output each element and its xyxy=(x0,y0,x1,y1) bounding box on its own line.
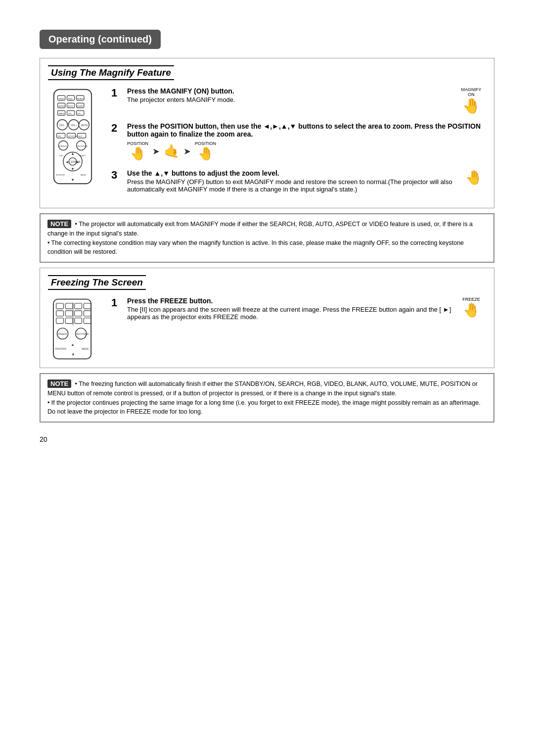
remote-control-image: VIDEO RGB SEARCH ASPECT AUTO BLANK IMAGE… xyxy=(48,87,102,201)
svg-text:VIDEO: VIDEO xyxy=(58,98,64,100)
svg-rect-59 xyxy=(84,318,91,324)
step-1-number: 1 xyxy=(111,87,122,99)
svg-text:ESC: ESC xyxy=(59,155,63,157)
step-2-number: 2 xyxy=(111,122,122,134)
arrow-right-2: ➤ xyxy=(183,146,191,157)
svg-text:MENU: MENU xyxy=(81,174,86,176)
svg-text:FREEZE: FREEZE xyxy=(59,145,67,147)
svg-text:◄: ◄ xyxy=(65,160,69,164)
freeze-illustration: FREEZE 🤚 xyxy=(456,297,486,318)
freeze-section-title: Freezing The Screen xyxy=(48,275,146,290)
freeze-note-box: NOTE • The freezing function will automa… xyxy=(40,373,494,423)
svg-text:KEYSTONE: KEYSTONE xyxy=(68,136,78,138)
svg-text:IMAGE: IMAGE xyxy=(58,113,65,115)
svg-text:MENU: MENU xyxy=(82,348,89,350)
step-3-illustration: 🤚 xyxy=(461,169,486,186)
page-number: 20 xyxy=(40,435,494,443)
svg-text:VOL-: VOL- xyxy=(68,113,73,115)
svg-rect-56 xyxy=(56,318,64,324)
svg-text:ESC: ESC xyxy=(59,124,64,127)
step-3-number: 3 xyxy=(111,169,122,181)
svg-text:AUTO: AUTO xyxy=(68,105,73,107)
magnify-note-box: NOTE • The projector will automatically … xyxy=(40,213,494,263)
svg-rect-49 xyxy=(65,303,73,309)
svg-text:KEYSTONE: KEYSTONE xyxy=(78,145,88,147)
svg-rect-51 xyxy=(84,303,91,309)
svg-text:►: ► xyxy=(76,160,80,164)
svg-text:▼: ▼ xyxy=(71,352,75,357)
step-3-heading: Use the ▲,▼ buttons to adjust the zoom l… xyxy=(127,169,279,177)
svg-text:▼: ▼ xyxy=(71,167,75,171)
svg-text:RESET: RESET xyxy=(79,155,86,157)
magnify-steps: 1 Press the MAGNIFY (ON) button. The pro… xyxy=(111,87,486,201)
magnify-step-1: 1 Press the MAGNIFY (ON) button. The pro… xyxy=(111,87,486,114)
svg-rect-50 xyxy=(75,303,82,309)
arrow-right-1: ➤ xyxy=(152,146,160,157)
magnify-note-point-2: • The correcting keystone condition may … xyxy=(47,239,464,256)
freeze-step-1-number: 1 xyxy=(111,297,122,309)
freeze-step-1-heading: Press the FREEZE button. xyxy=(127,297,213,305)
svg-text:FREEZE: FREEZE xyxy=(58,333,67,335)
step-1-body: The projector enters MAGNIFY mode. xyxy=(127,96,451,103)
svg-text:RGB: RGB xyxy=(68,98,72,100)
freeze-note-point-1: • The freezing function will automatical… xyxy=(47,380,478,397)
svg-text:VOL+: VOL+ xyxy=(77,113,83,115)
step-2-illustrations: POSITION 🤚 ➤ 🤙 ➤ POSITION 🤚 xyxy=(127,141,486,161)
freeze-steps: 1 Press the FREEZE button. The [II] icon… xyxy=(111,297,486,363)
step-1-heading: Press the MAGNIFY (ON) button. xyxy=(127,87,234,95)
svg-rect-58 xyxy=(75,318,82,324)
freeze-section: Freezing The Screen xyxy=(40,268,494,368)
freeze-remote-image: FREEZE KEYSTONE POSITION MENU ▼ ▲ xyxy=(48,297,102,363)
svg-rect-52 xyxy=(56,311,64,316)
magnify-step-3: 3 Use the ▲,▼ buttons to adjust the zoom… xyxy=(111,169,486,193)
svg-text:SEARCH: SEARCH xyxy=(77,98,85,100)
svg-text:VOL+: VOL+ xyxy=(71,124,77,127)
svg-text:KEYSTONE: KEYSTONE xyxy=(76,333,89,335)
magnify-on-illustration: MAGNIFY ON 🤚 xyxy=(456,87,486,114)
freeze-note-label: NOTE xyxy=(47,379,71,388)
svg-rect-55 xyxy=(84,311,91,316)
magnify-note-point-1: • The projector will automatically exit … xyxy=(47,221,473,237)
svg-rect-53 xyxy=(65,311,73,316)
magnify-note-label: NOTE xyxy=(47,220,71,228)
svg-text:▼: ▼ xyxy=(71,178,75,182)
svg-rect-57 xyxy=(65,318,73,324)
freeze-step-1: 1 Press the FREEZE button. The [II] icon… xyxy=(111,297,486,321)
freeze-note-point-2: • If the projector continues projecting … xyxy=(47,399,481,416)
magnify-section: Using The Magnify Feature VIDEO RGB SEAR… xyxy=(40,58,494,208)
svg-text:POSITION: POSITION xyxy=(56,174,65,176)
svg-text:▲: ▲ xyxy=(71,342,74,347)
svg-text:BLANK: BLANK xyxy=(77,105,84,107)
page-header: Operating (continued) xyxy=(40,30,161,49)
svg-rect-48 xyxy=(56,303,64,309)
hand-adjust: 🤙 xyxy=(164,143,179,159)
freeze-step-1-body: The [II] icon appears and the screen wil… xyxy=(127,306,451,321)
magnify-section-title: Using The Magnify Feature xyxy=(48,65,174,80)
step-2-heading: Press the POSITION button, then use the … xyxy=(127,122,481,138)
step-3-body: Press the MAGNIFY (OFF) button to exit M… xyxy=(127,178,456,193)
svg-text:▲: ▲ xyxy=(71,151,75,156)
magnify-step-2: 2 Press the POSITION button, then use th… xyxy=(111,122,486,161)
svg-text:SLIT: SLIT xyxy=(78,136,83,138)
svg-text:POSITION: POSITION xyxy=(55,348,66,350)
svg-text:ASPECT: ASPECT xyxy=(58,105,66,107)
svg-text:ESC: ESC xyxy=(58,136,62,138)
svg-rect-54 xyxy=(75,311,82,316)
svg-text:MUTE: MUTE xyxy=(81,124,88,127)
